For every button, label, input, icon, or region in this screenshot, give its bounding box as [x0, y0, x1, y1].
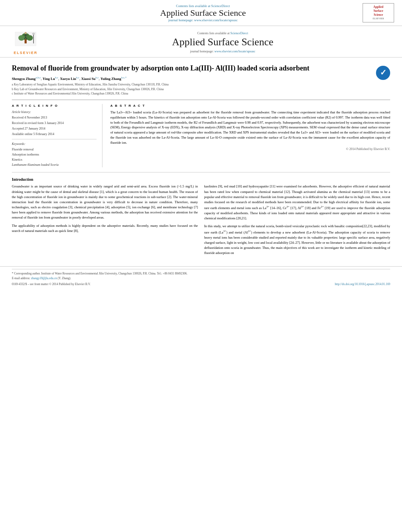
- keywords-label-text: Keywords:: [12, 142, 25, 146]
- issn-line: 0169-4332/$ – see front matter © 2014 Pu…: [12, 282, 91, 286]
- svg-point-2: [19, 35, 25, 41]
- article-info-heading: A R T I C L E I N F O: [12, 104, 97, 108]
- contents-available-text: Contents lists available at: [176, 4, 210, 8]
- journal-main-title: Applied Surface Science: [51, 36, 394, 48]
- doi-link[interactable]: http://dx.doi.org/10.1016/j.apsusc.2014.…: [335, 282, 391, 286]
- crossmark-svg: ✓: [376, 66, 390, 80]
- introduction-title: Introduction: [12, 177, 390, 182]
- svg-rect-10: [33, 34, 34, 44]
- elsevier-tree-icon: [12, 30, 39, 50]
- journal-logo-area: AppliedSurfaceScience ELSEVIER: [363, 3, 394, 22]
- body-two-col: Groundwater is an important source of dr…: [12, 184, 390, 258]
- intro-para-4: In this study, we attempt to utilize the…: [204, 224, 390, 256]
- keyword-1: Fluoride removal: [12, 147, 97, 152]
- header-area: ELSEVIER Contents lists available at Sci…: [0, 26, 402, 57]
- journal-info-center: Contents lists available at ScienceDirec…: [51, 32, 394, 53]
- keywords-list: Fluoride removal Adsorption isotherms Ki…: [12, 147, 97, 167]
- svg-point-11: [32, 33, 35, 35]
- page: Contents lists available at ScienceDirec…: [0, 0, 402, 532]
- intro-para-2: The applicability of adsorption methods …: [12, 223, 198, 234]
- article-authors: Shengyu Zhanga,b,c, Ying Lub,c, Xueyu Li…: [12, 76, 363, 81]
- email-line: E-mail address: zhangy18@jlu.edu.cn (Y. …: [12, 276, 390, 280]
- journal-link-top: Contents lists available at ScienceDirec…: [43, 4, 363, 22]
- journal-title: Applied Surface Science: [160, 8, 246, 18]
- abstract-col: A B S T R A C T The La3+-Al3+ loaded sco…: [109, 104, 390, 167]
- sciencedirect-link[interactable]: ScienceDirect: [211, 4, 230, 8]
- homepage-url[interactable]: www.elsevier.com/locate/apsusc: [194, 18, 238, 22]
- keyword-3: Kinetics: [12, 158, 97, 163]
- article-title: Removal of fluoride from groundwater by …: [12, 64, 363, 73]
- logo-title: AppliedSurfaceScience: [365, 5, 391, 17]
- abstract-text: The La3+-Al3+ loaded scoria (La-Al-Scori…: [110, 110, 390, 145]
- affiliation-b: b Key Lab of Groundwater Resources and E…: [12, 87, 363, 91]
- article-title-section: Removal of fluoride from groundwater by …: [12, 64, 390, 100]
- info-divider: [12, 139, 97, 139]
- received-revised-date: Received in revised form 3 January 2014: [12, 121, 97, 126]
- elsevier-brand-text: ELSEVIER: [14, 51, 38, 55]
- body-col-left: Groundwater is an important source of dr…: [12, 184, 198, 258]
- svg-point-5: [24, 32, 26, 34]
- email-label: E-mail address:: [12, 276, 30, 280]
- accepted-date: Accepted 27 January 2014: [12, 126, 97, 131]
- homepage-line: journal homepage: www.elsevier.com/locat…: [51, 50, 394, 53]
- homepage-link[interactable]: www.elsevier.com/locate/apsusc: [214, 50, 255, 53]
- elsevier-logo: ELSEVIER: [8, 30, 43, 55]
- history-label-text: Article history:: [12, 110, 31, 114]
- two-col-section: A R T I C L E I N F O Article history: R…: [12, 104, 390, 172]
- affiliations: a Key Laboratory of Songliao Aquatic Env…: [12, 82, 363, 96]
- svg-point-3: [27, 35, 33, 41]
- svg-text:✓: ✓: [380, 68, 387, 77]
- abstract-heading: A B S T R A C T: [110, 104, 390, 108]
- logo-subtitle: ELSEVIER: [365, 17, 391, 20]
- doi-line: http://dx.doi.org/10.1016/j.apsusc.2014.…: [335, 282, 391, 286]
- history-label: Article history:: [12, 110, 97, 115]
- received-date: Received 4 November 2013: [12, 115, 97, 120]
- keyword-4: Lanthanum-Aluminum loaded Scoria: [12, 163, 97, 168]
- affiliation-a: a Key Laboratory of Songliao Aquatic Env…: [12, 82, 363, 87]
- affiliation-c: c Institute of Water Resources and Envir…: [12, 91, 363, 96]
- crossmark-icon: ✓: [376, 66, 390, 80]
- article-info-col: A R T I C L E I N F O Article history: R…: [12, 104, 102, 167]
- footer-inner: * Corresponding author. Institute of Wat…: [12, 269, 390, 280]
- footer-bottom: 0169-4332/$ – see front matter © 2014 Pu…: [12, 282, 390, 286]
- email-link[interactable]: zhangy18@jlu.edu.cn: [31, 276, 57, 280]
- copyright-line: © 2014 Published by Elsevier B.V.: [110, 147, 390, 151]
- sciencedirect-link2[interactable]: ScienceDirect: [231, 32, 248, 35]
- keywords-label: Keywords:: [12, 142, 97, 146]
- intro-para-1: Groundwater is an important source of dr…: [12, 184, 198, 220]
- intro-para-3: kaolinites [9], red mud [10] and hydroxy…: [204, 184, 390, 221]
- footer-section: * Corresponding author. Institute of Wat…: [0, 266, 402, 288]
- article-title-text: Removal of fluoride from groundwater by …: [12, 64, 370, 96]
- homepage-text: journal homepage:: [168, 18, 194, 22]
- corresponding-note: * Corresponding author. Institute of Wat…: [12, 272, 390, 275]
- crossmark-area: ✓: [370, 64, 390, 80]
- email-suffix: (Y. Zhang).: [58, 276, 71, 280]
- journal-logo-box: AppliedSurfaceScience ELSEVIER: [363, 3, 394, 22]
- svg-rect-4: [24, 39, 26, 44]
- available-online-date: Available online 5 February 2014: [12, 132, 97, 137]
- article-content: Removal of fluoride from groundwater by …: [0, 57, 402, 262]
- body-col-right: kaolinites [9], red mud [10] and hydroxy…: [204, 184, 390, 258]
- contents-line: Contents lists available at ScienceDirec…: [51, 32, 394, 35]
- keyword-2: Adsorption isotherms: [12, 152, 97, 158]
- top-banner: Contents lists available at ScienceDirec…: [0, 0, 402, 26]
